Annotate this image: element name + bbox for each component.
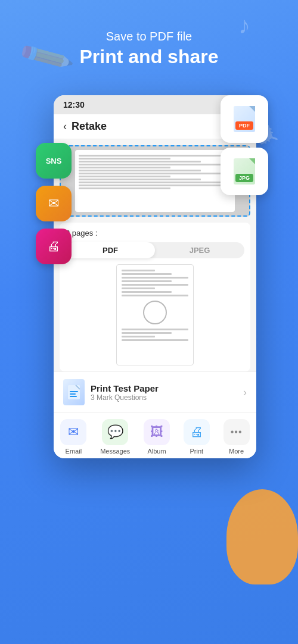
- thumb-line: [122, 291, 172, 293]
- pdf-format-badge[interactable]: PDF: [221, 95, 268, 143]
- doc-line: [79, 179, 201, 180]
- thumb-line: [122, 280, 172, 282]
- doc-line: [79, 161, 201, 162]
- doc-line: [79, 158, 170, 160]
- orange-circle-deco: [226, 489, 298, 584]
- email-action-icon: ✉: [60, 419, 86, 445]
- print-paper-info: Print Test Paper 3 Mark Questions: [91, 383, 159, 402]
- email-action-button[interactable]: ✉ Email: [60, 419, 86, 455]
- thumb-line: [122, 329, 188, 330]
- sns-share-button[interactable]: SNS: [36, 143, 72, 179]
- thumb-line: [122, 277, 188, 279]
- svg-rect-3: [70, 396, 77, 397]
- more-action-label: More: [229, 448, 244, 455]
- album-action-label: Album: [147, 448, 166, 455]
- thumb-line: [122, 339, 188, 341]
- thumb-line: [122, 336, 155, 337]
- pdf-file-icon: PDF: [234, 106, 255, 132]
- header-subtitle: Save to PDF file: [0, 30, 298, 43]
- svg-rect-2: [70, 393, 76, 395]
- thumb-line: [122, 332, 172, 334]
- doc-line: [79, 155, 232, 157]
- album-action-button[interactable]: 🖼 Album: [144, 419, 170, 455]
- thumb-line: [122, 270, 155, 271]
- status-time: 12:30: [63, 100, 85, 110]
- print-paper-sub: 3 Mark Questions: [91, 393, 159, 402]
- tab-pdf[interactable]: PDF: [66, 242, 155, 258]
- svg-rect-1: [70, 391, 78, 392]
- email-icon: ✉: [48, 196, 59, 211]
- messages-action-button[interactable]: 💬 Messages: [100, 419, 130, 455]
- thumb-line: [122, 295, 188, 296]
- print-action-button[interactable]: 🖨 Print: [184, 419, 210, 455]
- doc-content: [75, 150, 235, 212]
- doc-line: [79, 173, 232, 174]
- jpg-format-badge[interactable]: JPG: [221, 148, 268, 195]
- email-action-label: Email: [66, 448, 82, 455]
- messages-action-label: Messages: [100, 448, 130, 455]
- album-action-icon: 🖼: [144, 419, 170, 445]
- email-share-button[interactable]: ✉: [36, 186, 72, 221]
- format-tabs[interactable]: PDF JPEG: [66, 242, 244, 258]
- pages-label: 2 pages :: [66, 229, 244, 237]
- phone-mockup: SNS ✉ 🖨 PDF JPG: [42, 95, 256, 458]
- back-button[interactable]: ‹: [63, 120, 67, 133]
- thumb-circle: [143, 301, 167, 324]
- print-share-button[interactable]: 🖨: [36, 229, 72, 264]
- doc-line: [79, 187, 170, 189]
- sns-label: SNS: [46, 157, 62, 165]
- thumb-line: [122, 287, 155, 289]
- thumb-line: [122, 284, 188, 286]
- doc-line: [79, 182, 232, 183]
- print-action-icon: 🖨: [184, 419, 210, 445]
- format-badges-panel: PDF JPG: [221, 95, 268, 195]
- thumb-line: [122, 273, 172, 275]
- jpg-file-icon: JPG: [234, 158, 255, 185]
- print-action-label: Print: [190, 448, 204, 455]
- bottom-action-bar: ✉ Email 💬 Messages 🖼 Album 🖨 Print •••: [54, 412, 256, 458]
- print-paper-row[interactable]: Print Test Paper 3 Mark Questions ›: [54, 371, 256, 412]
- messages-action-icon: 💬: [102, 419, 128, 445]
- jpg-label: JPG: [235, 174, 253, 182]
- doc-line: [79, 185, 232, 186]
- print-icon: 🖨: [47, 239, 60, 254]
- header-title: Print and share: [0, 46, 298, 68]
- doc-line: [79, 164, 232, 165]
- header-section: Save to PDF file Print and share: [0, 0, 298, 68]
- share-icons-panel: SNS ✉ 🖨: [36, 143, 72, 264]
- doc-line: [79, 170, 201, 171]
- doc-line: [79, 167, 170, 168]
- print-paper-name: Print Test Paper: [91, 383, 159, 393]
- print-paper-left: Print Test Paper 3 Mark Questions: [63, 379, 159, 405]
- pdf-label: PDF: [235, 121, 253, 130]
- nav-title: Retake: [72, 120, 107, 133]
- doc-blue-icon: [63, 379, 85, 405]
- tab-jpeg[interactable]: JPEG: [155, 242, 244, 258]
- chevron-right-icon: ›: [243, 386, 247, 399]
- pages-section: 2 pages : PDF JPEG: [60, 223, 250, 371]
- doc-thumbnail: [116, 264, 194, 365]
- more-action-button[interactable]: ••• More: [224, 419, 250, 455]
- more-action-icon: •••: [224, 419, 250, 445]
- doc-line: [79, 176, 170, 177]
